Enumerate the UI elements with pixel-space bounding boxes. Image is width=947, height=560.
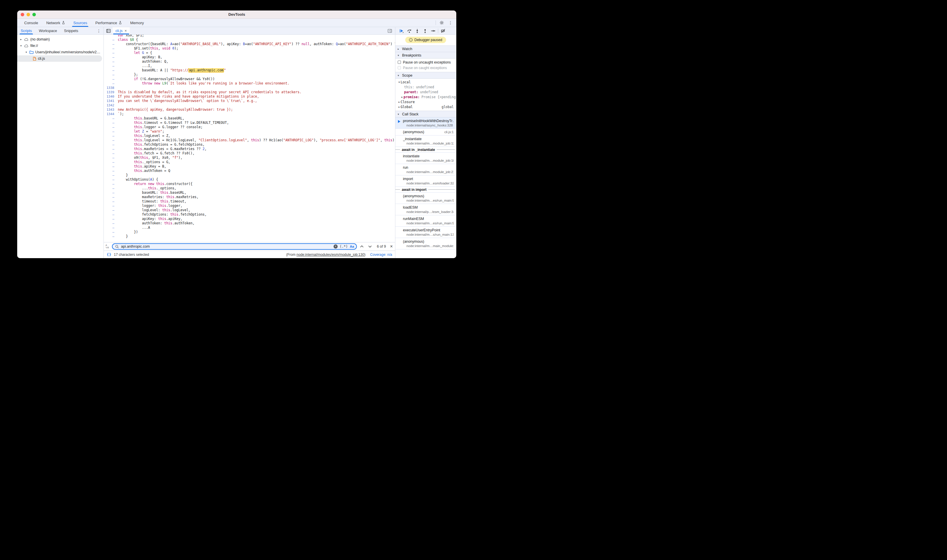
- line-gutter[interactable]: –: [104, 51, 118, 55]
- code-text[interactable]: this.logLevel = Z,: [118, 134, 395, 138]
- line-gutter[interactable]: 1340: [104, 95, 118, 98]
- line-gutter[interactable]: –: [104, 165, 118, 168]
- code-text[interactable]: this.fetchOptions = G.fetchOptions,: [118, 143, 395, 147]
- line-gutter[interactable]: –: [104, 77, 118, 81]
- code-text[interactable]: this.timeout = G.timeout ?? Lw.DEFAULT_T…: [118, 121, 395, 125]
- line-gutter[interactable]: –: [104, 130, 118, 134]
- scope-variable[interactable]: parent:undefined: [395, 89, 456, 94]
- line-gutter[interactable]: –: [104, 235, 118, 238]
- clear-search-icon[interactable]: ×: [333, 245, 338, 249]
- code-text[interactable]: o9(this, $F1, Xs0, "f"),: [118, 155, 395, 160]
- line-gutter[interactable]: –: [104, 55, 118, 59]
- code-text[interactable]: }: [118, 173, 395, 177]
- chevron-right-icon[interactable]: ▸: [398, 106, 401, 108]
- line-gutter[interactable]: 1341: [104, 99, 118, 103]
- line-gutter[interactable]: –: [104, 200, 118, 203]
- tab-memory[interactable]: Memory: [126, 18, 148, 27]
- line-gutter[interactable]: –: [104, 147, 118, 151]
- section-call-stack[interactable]: ▾ Call Stack: [395, 111, 456, 117]
- line-gutter[interactable]: –: [104, 160, 118, 164]
- tab-snippets[interactable]: Snippets: [61, 27, 82, 34]
- line-gutter[interactable]: 1343: [104, 108, 118, 112]
- step-over-icon[interactable]: [406, 28, 412, 34]
- source-origin-link[interactable]: node:internal/modules/esm/module_job:130: [296, 252, 364, 257]
- call-stack-frame[interactable]: runnode:internal/m…module_job:214: [395, 164, 456, 175]
- line-gutter[interactable]: –: [104, 213, 118, 217]
- call-stack-frame[interactable]: _instantiatenode:internal/m…module_job:1…: [395, 135, 456, 147]
- section-scope[interactable]: ▾ Scope: [395, 72, 456, 78]
- call-stack-frame[interactable]: loadESMnode:internal/p…/esm_loader:34: [395, 204, 456, 215]
- code-text[interactable]: this.logLevel = Hc1(G.logLevel, "ClientO…: [118, 138, 395, 143]
- line-gutter[interactable]: 1339: [104, 90, 118, 94]
- kebab-menu-icon[interactable]: ⋮: [96, 28, 102, 34]
- call-stack-frame[interactable]: promiseInitHookWithDestroyTr…node:intern…: [395, 117, 456, 129]
- call-stack-frame[interactable]: runMainESMnode:internal/m…es/run_main:98: [395, 215, 456, 227]
- code-text[interactable]: constructor({baseURL: A=ao("ANTHROPIC_BA…: [118, 42, 395, 46]
- collapse-sidebar-icon[interactable]: [104, 27, 113, 34]
- code-text[interactable]: throw new L9(`It looks like you're runni…: [118, 81, 395, 86]
- code-text[interactable]: baseURL: A || "https://api.anthropic.com…: [118, 68, 395, 72]
- line-gutter[interactable]: –: [104, 143, 118, 146]
- chevron-right-icon[interactable]: ▸: [401, 95, 404, 98]
- checkbox[interactable]: [398, 61, 401, 64]
- line-gutter[interactable]: –: [104, 82, 118, 85]
- code-text[interactable]: If you understand the risks and have app…: [118, 94, 395, 99]
- code-text[interactable]: new Anthropic({ apiKey, dangerouslyAllow…: [118, 108, 395, 112]
- chevron-down-icon[interactable]: ▾: [398, 81, 401, 84]
- line-gutter[interactable]: –: [104, 208, 118, 212]
- section-watch[interactable]: ▸ Watch: [395, 46, 456, 52]
- chevron-down-icon[interactable]: ▾: [398, 54, 400, 57]
- line-gutter[interactable]: –: [104, 195, 118, 199]
- chevron-right-icon[interactable]: ▸: [20, 38, 22, 41]
- editor-tab-cli-js[interactable]: cli.js ×: [113, 27, 130, 34]
- code-text[interactable]: `);: [118, 112, 395, 116]
- call-stack-frame[interactable]: executeUserEntryPointnode:internal/m…s/r…: [395, 227, 456, 238]
- call-stack-frame[interactable]: instantiatenode:internal/m…module_job:10…: [395, 153, 456, 164]
- line-gutter[interactable]: –: [104, 186, 118, 190]
- scope-group-global[interactable]: ▸Globalglobal: [395, 104, 456, 109]
- code-text[interactable]: }): [118, 230, 395, 234]
- code-text[interactable]: baseURL: this.baseURL,: [118, 191, 395, 195]
- scope-group-local[interactable]: ▾Local: [395, 80, 456, 85]
- code-text[interactable]: var Xs0, $F1;: [118, 35, 395, 38]
- checkbox[interactable]: [398, 66, 401, 69]
- code-text[interactable]: ...A: [118, 226, 395, 230]
- step-into-icon[interactable]: [414, 28, 420, 34]
- pretty-print-icon[interactable]: {}: [107, 252, 111, 257]
- tab-performance[interactable]: Performance: [91, 18, 126, 27]
- gear-icon[interactable]: [439, 20, 445, 26]
- code-text[interactable]: this.baseURL = G.baseURL,: [118, 116, 395, 121]
- code-text[interactable]: apiKey: this.apiKey,: [118, 217, 395, 221]
- code-text[interactable]: let G = {: [118, 51, 395, 55]
- tree-item-cli-js[interactable]: cli.js: [17, 55, 102, 62]
- line-gutter[interactable]: –: [104, 125, 118, 129]
- code-text[interactable]: logLevel: this.logLevel,: [118, 208, 395, 212]
- tree-item-node-folder[interactable]: ▾ Users/jinhuilee/.nvm/versions/node/v2…: [17, 49, 103, 55]
- code-text[interactable]: This is disabled by default, as it risks…: [118, 90, 395, 94]
- code-text[interactable]: withOptions(A) {: [118, 177, 395, 182]
- line-gutter[interactable]: –: [104, 121, 118, 125]
- line-gutter[interactable]: –: [104, 73, 118, 77]
- code-text[interactable]: };: [118, 72, 395, 77]
- chevron-right-icon[interactable]: ▸: [398, 100, 401, 103]
- call-stack-frame[interactable]: importnode:internal/m…esm/loader:329: [395, 175, 456, 187]
- line-gutter[interactable]: 1338: [104, 86, 118, 90]
- chevron-down-icon[interactable]: ▾: [398, 113, 400, 116]
- tab-sources[interactable]: Sources: [69, 18, 91, 27]
- tab-network[interactable]: Network: [42, 18, 69, 27]
- code-text[interactable]: this.apiKey = B,: [118, 164, 395, 169]
- line-gutter[interactable]: 1344: [104, 112, 118, 116]
- tab-workspace[interactable]: Workspace: [35, 27, 60, 34]
- line-gutter[interactable]: –: [104, 169, 118, 173]
- tree-item-no-domain[interactable]: ▸ (no domain): [17, 36, 103, 43]
- chevron-down-icon[interactable]: ▾: [398, 74, 400, 77]
- next-match-button[interactable]: [367, 243, 373, 249]
- line-gutter[interactable]: –: [104, 191, 118, 195]
- line-gutter[interactable]: –: [104, 173, 118, 177]
- close-search-icon[interactable]: ×: [390, 244, 393, 249]
- deactivate-breakpoints-icon[interactable]: [440, 28, 446, 34]
- code-text[interactable]: logger: this.logger,: [118, 204, 395, 208]
- line-gutter[interactable]: –: [104, 42, 118, 46]
- code-text[interactable]: this.logger = G.logger ?? console;: [118, 125, 395, 129]
- chevron-down-icon[interactable]: ▾: [25, 51, 28, 54]
